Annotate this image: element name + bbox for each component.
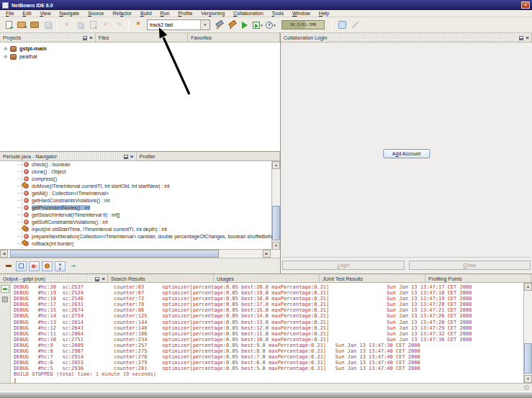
- copy-button[interactable]: [73, 19, 86, 32]
- menu-item-run[interactable]: Run: [156, 10, 174, 17]
- navigator-item[interactable]: check() : boolean: [0, 161, 280, 168]
- output-tab-profiling-points[interactable]: Profiling Points: [425, 274, 531, 283]
- output-body: ▶▶ DEBUG #hc:20 sc:2537 counter:63 optim…: [0, 283, 532, 383]
- menu-item-refactor[interactable]: Refactor: [108, 10, 136, 17]
- chevron-down-icon[interactable]: ▼: [200, 20, 209, 30]
- close-icon[interactable]: ×: [102, 277, 105, 281]
- navigator-tab-profiler[interactable]: Profiler: [137, 152, 280, 161]
- menu-item-window[interactable]: Window: [288, 10, 315, 17]
- show-static-button[interactable]: [29, 261, 40, 271]
- redo-button[interactable]: ↷: [112, 19, 125, 32]
- close-icon[interactable]: ×: [130, 155, 134, 159]
- pin-icon[interactable]: [124, 155, 128, 159]
- navigator-item[interactable]: rollback(int border): [0, 240, 280, 248]
- navigator-item[interactable]: getProcessedNodes() : int: [0, 204, 280, 212]
- projects-tab-files[interactable]: Files: [96, 33, 189, 42]
- tab-label: Search Results: [111, 275, 145, 284]
- add-account-button[interactable]: Add Account: [383, 149, 430, 158]
- configuration-input[interactable]: [148, 22, 200, 27]
- undo-button[interactable]: ↶: [99, 19, 112, 32]
- output-panel: Output - gstpl (run)×Search ResultsUsage…: [0, 273, 532, 383]
- navigator-tab-periode-java-navigator[interactable]: Periode.java - Navigator×: [0, 152, 137, 161]
- output-tab-usages[interactable]: Usages: [214, 274, 320, 283]
- paste-button[interactable]: [86, 19, 99, 32]
- scroll-down-icon[interactable]: ▼: [524, 375, 532, 383]
- collaboration-tab[interactable]: Collaboration Login ×: [281, 33, 532, 42]
- project-icon: [10, 54, 17, 60]
- clean-build-button[interactable]: [225, 19, 238, 32]
- link-button[interactable]: [348, 19, 361, 32]
- navigator-item[interactable]: prepareNextIteration(Collection<ITimeInt…: [0, 233, 280, 240]
- chevron-down-icon[interactable]: ▾: [274, 23, 276, 27]
- menu-item-versioning[interactable]: Versioning: [197, 10, 229, 17]
- scroll-up-icon[interactable]: ▲: [524, 283, 532, 291]
- rerun-button[interactable]: ▶▶: [1, 285, 9, 293]
- configuration-combobox[interactable]: ▼: [147, 19, 210, 30]
- projects-tab-projects[interactable]: Projects×: [0, 33, 96, 42]
- debug-button[interactable]: ▾: [251, 19, 264, 32]
- menu-item-profile[interactable]: Profile: [173, 10, 197, 17]
- stop-button[interactable]: [2, 297, 8, 302]
- menu-item-build[interactable]: Build: [136, 10, 156, 17]
- output-line: DEBUG #hc:7 sc:2914 counter:276 optimize…: [14, 354, 523, 360]
- pin-icon[interactable]: [519, 36, 523, 40]
- menu-item-help[interactable]: Help: [315, 10, 333, 17]
- login-button[interactable]: Login: [282, 261, 405, 270]
- output-tab-junit-test-results[interactable]: JUnit Test Results: [320, 274, 425, 283]
- close-icon[interactable]: ×: [526, 36, 529, 40]
- navigator-item[interactable]: getSoftConstraintsViolations() : int: [0, 219, 280, 226]
- tree-node-peathal[interactable]: ⊕peathal: [0, 53, 280, 60]
- close-icon[interactable]: ×: [89, 36, 93, 40]
- output-vertical-scrollbar[interactable]: ▲ ▼: [523, 283, 532, 383]
- scrollbar-thumb[interactable]: [10, 250, 219, 258]
- navigator-item[interactable]: getAll() : Collection<ITimeInterval>: [0, 190, 280, 197]
- sort-source-button[interactable]: ⇥: [68, 261, 78, 271]
- navigator-item[interactable]: getHardConstraintsViolations() : int: [0, 197, 280, 204]
- scroll-right-icon[interactable]: ▶: [263, 250, 271, 258]
- tab-label: Profiler: [140, 153, 155, 161]
- expand-handle-icon[interactable]: ⊕: [4, 46, 8, 52]
- navigator-item[interactable]: inject(int oldStartTime, ITimeInterval c…: [0, 226, 280, 233]
- menu-item-source[interactable]: Source: [84, 10, 108, 17]
- app-icon: [2, 2, 9, 9]
- navigator-item[interactable]: doMove(ITimeInterval currentTI, int star…: [0, 183, 280, 190]
- set-configuration-button[interactable]: *: [132, 19, 145, 32]
- scroll-left-icon[interactable]: ◀: [0, 250, 8, 258]
- output-tab-search-results[interactable]: Search Results: [108, 274, 214, 283]
- show-non-public-button[interactable]: [42, 261, 53, 271]
- run-button[interactable]: [238, 19, 251, 32]
- build-button[interactable]: [212, 19, 225, 32]
- expand-handle-icon[interactable]: ⊕: [4, 54, 8, 60]
- show-fields-button[interactable]: [16, 261, 27, 271]
- chevron-down-icon[interactable]: ▾: [261, 23, 263, 27]
- pin-icon[interactable]: [83, 36, 87, 40]
- memory-meter[interactable]: 38.5/61.5MB: [281, 20, 325, 30]
- scrollbar-thumb[interactable]: [524, 343, 532, 374]
- navigator-item[interactable]: clone() : Object: [0, 168, 280, 176]
- navigator-horizontal-scrollbar[interactable]: ◀ ▶: [0, 249, 280, 258]
- show-inherited-button[interactable]: [3, 261, 14, 271]
- cut-button[interactable]: ✕: [60, 19, 73, 32]
- menu-item-tools[interactable]: Tools: [268, 10, 288, 17]
- pin-icon[interactable]: [95, 277, 99, 281]
- window-close-button[interactable]: ×: [521, 1, 530, 9]
- navigator-item[interactable]: compress(): [0, 176, 280, 183]
- menu-item-collaboration[interactable]: Collaboration: [229, 10, 267, 17]
- sort-alpha-button[interactable]: az: [55, 261, 66, 271]
- menu-item-view[interactable]: View: [35, 10, 55, 17]
- attach-button[interactable]: [335, 19, 348, 32]
- open-project-button[interactable]: [28, 19, 41, 32]
- tree-node-gstpl-main[interactable]: ⊕gstpl-main: [0, 45, 280, 53]
- navigator-item[interactable]: getSearchInterval(ITimeInterval ti) : in…: [0, 212, 280, 219]
- output-tab-output-gstpl-run[interactable]: Output - gstpl (run)×: [0, 274, 108, 283]
- projects-tab-favorites[interactable]: Favorites: [188, 33, 280, 42]
- menu-item-file[interactable]: File: [1, 10, 18, 17]
- new-file-button[interactable]: [2, 19, 15, 32]
- profile-button[interactable]: ▾: [264, 19, 277, 32]
- menu-item-edit[interactable]: Edit: [18, 10, 35, 17]
- menu-item-navigate[interactable]: Navigate: [55, 10, 84, 17]
- close-button[interactable]: Close: [409, 261, 531, 270]
- redo-icon: ↷: [116, 22, 122, 28]
- save-all-button[interactable]: [41, 19, 54, 32]
- new-project-button[interactable]: [15, 19, 28, 32]
